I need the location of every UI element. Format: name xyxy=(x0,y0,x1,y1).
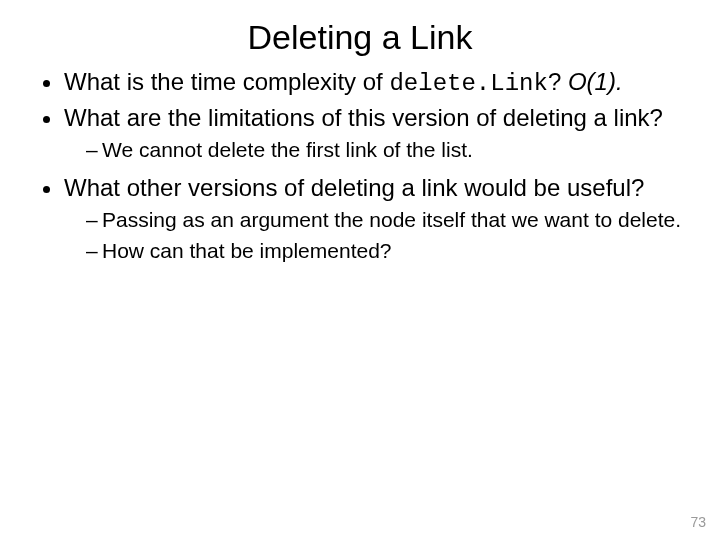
bullet-list: What is the time complexity of delete.Li… xyxy=(36,67,684,264)
slide-title: Deleting a Link xyxy=(0,0,720,67)
italic-text: O(1). xyxy=(568,68,623,95)
bullet-item: What are the limitations of this version… xyxy=(64,103,684,163)
bullet-text: What are the limitations of this version… xyxy=(64,104,663,131)
sub-bullet-text: How can that be implemented? xyxy=(102,239,392,262)
sub-bullet-list: We cannot delete the first link of the l… xyxy=(64,137,684,163)
bullet-item: What is the time complexity of delete.Li… xyxy=(64,67,684,99)
bullet-item: What other versions of deleting a link w… xyxy=(64,173,684,264)
sub-bullet-text: Passing as an argument the node itself t… xyxy=(102,208,681,231)
sub-bullet-item: How can that be implemented? xyxy=(86,238,684,264)
bullet-text: ? xyxy=(548,68,568,95)
page-number: 73 xyxy=(690,514,706,530)
slide: Deleting a Link What is the time complex… xyxy=(0,0,720,540)
sub-bullet-item: Passing as an argument the node itself t… xyxy=(86,207,684,233)
sub-bullet-item: We cannot delete the first link of the l… xyxy=(86,137,684,163)
bullet-text: What other versions of deleting a link w… xyxy=(64,174,644,201)
sub-bullet-list: Passing as an argument the node itself t… xyxy=(64,207,684,264)
code-text: delete.Link xyxy=(389,70,547,97)
bullet-text: What is the time complexity of xyxy=(64,68,389,95)
sub-bullet-text: We cannot delete the first link of the l… xyxy=(102,138,473,161)
slide-content: What is the time complexity of delete.Li… xyxy=(0,67,720,264)
